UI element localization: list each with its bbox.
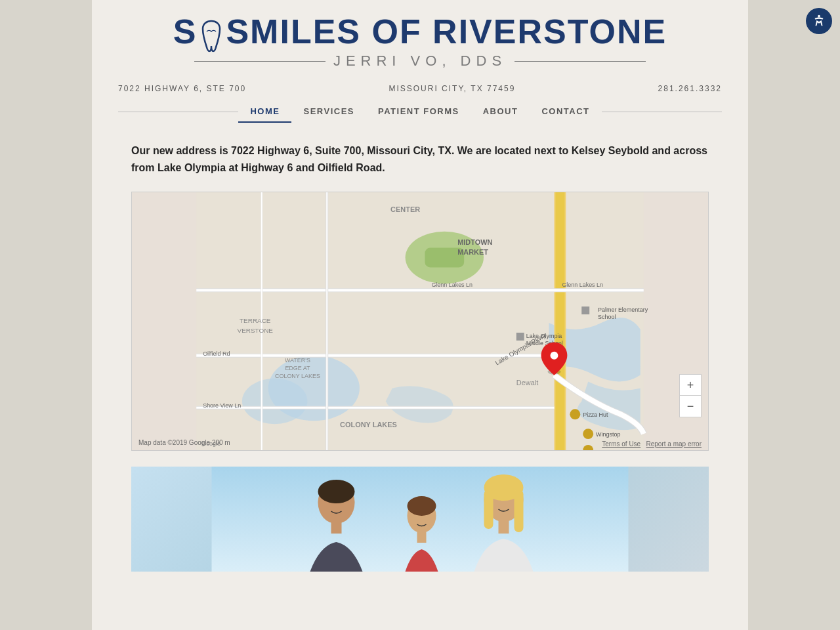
logo-s: S [173,12,198,51]
svg-text:Pizza Hut: Pizza Hut [583,412,608,419]
svg-point-47 [550,352,558,360]
phone-number: 281.261.3332 [658,84,722,93]
logo-subtitle: JERRI VO, DDS [118,52,722,70]
svg-text:COLONY LAKES: COLONY LAKES [275,373,320,379]
zoom-out-button[interactable]: − [680,396,701,417]
svg-text:EDGE AT: EDGE AT [285,365,310,371]
nav-item-contact[interactable]: CONTACT [530,101,601,123]
svg-text:Wingstop: Wingstop [596,432,620,438]
address-bar: 7022 HIGHWAY 6, STE 700 MISSOURI CITY, T… [92,76,748,101]
report-map-error-link[interactable]: Report a map error [646,440,702,448]
map-svg: Lake Olympia Pkwy Glenn Lakes Ln Glenn L… [132,192,708,450]
nav-item-about[interactable]: ABOUT [471,101,530,123]
svg-point-52 [318,480,355,503]
terms-of-use-link[interactable]: Terms of Use [602,440,640,448]
nav-line-right [602,112,722,112]
svg-text:COLONY LAKES: COLONY LAKES [340,421,397,429]
main-nav: HOME SERVICES PATIENT FORMS ABOUT CONTAC… [238,101,601,123]
svg-text:MARKET: MARKET [457,248,488,256]
accessibility-icon [812,14,826,28]
svg-text:Lake Olympia: Lake Olympia [526,333,562,339]
page-wrapper: S SMILES OF RIVERSTONE JERRI VO, DDS 702… [92,0,748,630]
svg-point-3 [242,379,307,425]
svg-rect-38 [516,333,524,341]
svg-rect-56 [417,531,427,543]
subtitle-line-left [194,61,326,62]
svg-rect-60 [514,490,524,532]
site-title: S SMILES OF RIVERSTONE [118,13,722,51]
address-notice: Our new address is 7022 Highway 6, Suite… [131,142,709,176]
nav-item-home[interactable]: HOME [238,101,291,123]
logo-text-rest: SMILES OF RIVERSTONE [226,12,667,51]
map-data-footer: Map data ©2019 Google 200 m [138,436,230,448]
map-container[interactable]: Lake Olympia Pkwy Glenn Lakes Ln Glenn L… [131,192,709,451]
svg-point-0 [818,15,820,18]
city-state-zip: MISSOURI CITY, TX 77459 [388,84,515,93]
svg-point-41 [570,410,580,420]
svg-text:Oilfield Rd: Oilfield Rd [203,350,230,357]
svg-text:Glenn Lakes Ln: Glenn Lakes Ln [431,282,472,289]
svg-rect-35 [581,307,589,315]
svg-text:CENTER: CENTER [390,205,420,213]
subtitle-line-right [514,61,646,62]
svg-text:School: School [598,314,616,320]
svg-rect-53 [331,520,342,534]
svg-text:Shore View Ln: Shore View Ln [203,403,241,410]
logo-dds: JERRI VO, DDS [333,52,507,70]
svg-text:VERSTONE: VERSTONE [238,327,274,334]
svg-text:TERRACE: TERRACE [240,317,271,324]
nav-wrapper: HOME SERVICES PATIENT FORMS ABOUT CONTAC… [92,101,748,123]
accessibility-button[interactable] [806,8,832,34]
svg-text:Glenn Lakes Ln: Glenn Lakes Ln [562,282,603,289]
map-zoom-controls: + − [679,374,702,417]
svg-text:MIDTOWN: MIDTOWN [457,238,492,246]
family-photo [131,467,709,572]
map-footer: Terms of Use Report a map error [602,440,702,448]
logo-tooth-icon [197,14,226,52]
site-header: S SMILES OF RIVERSTONE JERRI VO, DDS [92,0,748,76]
nav-line-left [118,112,238,112]
svg-text:Palmer Elementary: Palmer Elementary [598,307,648,314]
nav-item-services[interactable]: SERVICES [291,101,366,123]
svg-rect-61 [499,519,509,534]
svg-text:Dewalt: Dewalt [516,379,538,387]
svg-rect-7 [555,192,564,450]
street-address: 7022 HIGHWAY 6, STE 700 [118,84,246,93]
zoom-in-button[interactable]: + [680,375,701,396]
svg-text:WATER'S: WATER'S [285,357,310,364]
svg-point-43 [583,429,593,440]
main-content: Our new address is 7022 Highway 6, Suite… [92,123,748,591]
nav-item-patient-forms[interactable]: PATIENT FORMS [366,101,471,123]
svg-point-55 [408,496,436,516]
svg-rect-59 [484,490,494,529]
